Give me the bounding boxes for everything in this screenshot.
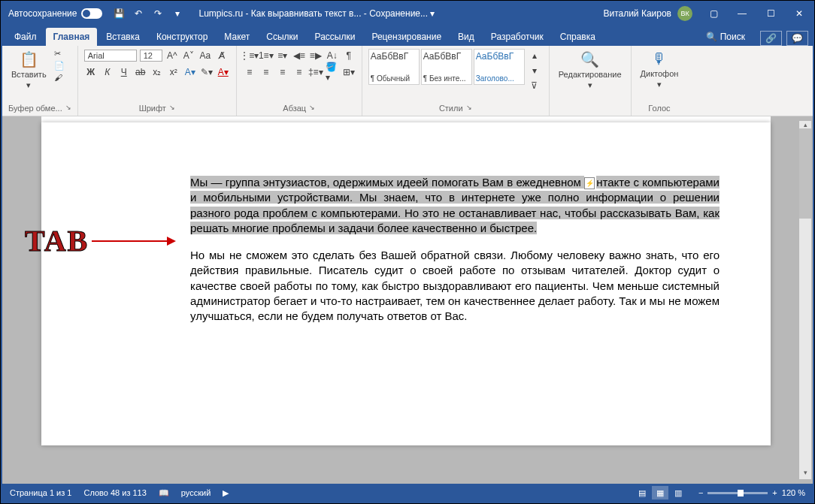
maximize-icon[interactable]: ☐ xyxy=(763,8,778,19)
ribbon: 📋Вставить▾ ✂ 📄 🖌 Буфер обме...↘ Arial 12… xyxy=(2,46,813,116)
undo-icon[interactable]: ↶ xyxy=(132,8,144,20)
styles-dialog-icon[interactable]: ↘ xyxy=(466,104,472,113)
style-normal[interactable]: АаБбВвГ¶ Обычный xyxy=(368,49,420,85)
user-name: Виталий Каиров xyxy=(603,8,671,19)
group-font: Arial 12 A^ A˅ Aa A̸ Ж К Ч ab x₂ x² A▾ ✎… xyxy=(78,46,237,116)
strike-button[interactable]: ab xyxy=(134,65,147,79)
paste-button[interactable]: 📋Вставить▾ xyxy=(8,49,50,92)
styles-up-icon[interactable]: ▴ xyxy=(528,49,541,62)
justify-icon[interactable]: ≡ xyxy=(292,65,306,79)
bold-button[interactable]: Ж xyxy=(84,65,98,79)
zoom-level[interactable]: 120 % xyxy=(782,488,805,497)
scroll-thumb[interactable] xyxy=(799,128,811,219)
tab-file[interactable]: Файл xyxy=(7,28,44,46)
multilevel-icon[interactable]: ≡▾ xyxy=(276,49,289,62)
redo-icon[interactable]: ↷ xyxy=(152,8,164,20)
dictate-button[interactable]: 🎙Диктофон▾ xyxy=(638,49,682,91)
group-voice: 🎙Диктофон▾ Голос xyxy=(632,46,688,116)
styles-more-icon[interactable]: ⊽ xyxy=(528,79,541,92)
qat-dropdown-icon[interactable]: ▾ xyxy=(171,8,183,20)
underline-button[interactable]: Ч xyxy=(117,65,131,79)
tab-mailings[interactable]: Рассылки xyxy=(308,28,363,46)
tab-label: TAB xyxy=(25,223,89,258)
page-count[interactable]: Страница 1 из 1 xyxy=(10,488,71,497)
tab-layout[interactable]: Макет xyxy=(217,28,257,46)
read-mode-icon[interactable]: ▤ xyxy=(634,486,650,499)
shading-icon[interactable]: 🪣▾ xyxy=(326,65,339,79)
document-title: Lumpics.ru - Как выравнивать текст в... … xyxy=(198,8,603,19)
font-size-input[interactable]: 12 xyxy=(140,50,162,62)
zoom-in-icon[interactable]: + xyxy=(772,488,777,497)
language-status[interactable]: русский xyxy=(181,488,211,497)
text-effects-icon[interactable]: A▾ xyxy=(183,65,197,79)
tab-view[interactable]: Вид xyxy=(450,28,482,46)
status-bar: Страница 1 из 1 Слово 48 из 113 📖 русски… xyxy=(2,484,813,502)
close-icon[interactable]: ✕ xyxy=(792,8,807,19)
macro-icon[interactable]: ▶ xyxy=(223,488,229,498)
decrease-indent-icon[interactable]: ◀≡ xyxy=(292,49,306,62)
show-marks-icon[interactable]: ¶ xyxy=(342,49,356,62)
copy-icon[interactable]: 📄 xyxy=(54,61,65,71)
superscript-button[interactable]: x² xyxy=(167,65,180,79)
font-color-icon[interactable]: A▾ xyxy=(217,65,230,79)
tab-review[interactable]: Рецензирование xyxy=(364,28,449,46)
style-no-spacing[interactable]: АаБбВвГ¶ Без инте... xyxy=(421,49,472,85)
word-count[interactable]: Слово 48 из 113 xyxy=(83,488,146,497)
clipboard-dialog-icon[interactable]: ↘ xyxy=(65,104,71,113)
change-case-icon[interactable]: Aa xyxy=(198,49,212,62)
line-spacing-icon[interactable]: ‡≡▾ xyxy=(309,65,323,79)
tab-references[interactable]: Ссылки xyxy=(259,28,305,46)
vertical-scrollbar[interactable]: ▴ ▾ xyxy=(799,121,811,479)
font-name-input[interactable]: Arial xyxy=(84,50,137,62)
font-dialog-icon[interactable]: ↘ xyxy=(169,104,175,113)
increase-indent-icon[interactable]: ≡▶ xyxy=(309,49,323,62)
web-layout-icon[interactable]: ▥ xyxy=(670,486,686,499)
ribbon-options-icon[interactable]: ▢ xyxy=(706,8,721,19)
borders-icon[interactable]: ⊞▾ xyxy=(342,65,356,79)
tab-developer[interactable]: Разработчик xyxy=(483,28,551,46)
save-icon[interactable]: 💾 xyxy=(113,8,125,20)
styles-down-icon[interactable]: ▾ xyxy=(528,64,541,77)
spellcheck-icon[interactable]: 📖 xyxy=(159,488,169,498)
align-right-icon[interactable]: ≡ xyxy=(276,65,289,79)
bullets-icon[interactable]: ⋮≡▾ xyxy=(243,49,256,62)
toggle-switch[interactable] xyxy=(81,8,102,19)
scroll-down-icon[interactable]: ▾ xyxy=(799,469,811,479)
cut-icon[interactable]: ✂ xyxy=(54,49,65,59)
tab-design[interactable]: Конструктор xyxy=(149,28,215,46)
style-heading[interactable]: АаБбВвГЗаголово... xyxy=(474,49,525,85)
italic-button[interactable]: К xyxy=(101,65,114,79)
format-painter-icon[interactable]: 🖌 xyxy=(54,73,65,82)
tab-help[interactable]: Справка xyxy=(553,28,603,46)
clear-format-icon[interactable]: A̸ xyxy=(215,49,229,62)
avatar: ВК xyxy=(677,6,692,21)
minimize-icon[interactable]: — xyxy=(735,8,750,19)
grow-font-icon[interactable]: A^ xyxy=(165,49,179,62)
document-page[interactable]: Мы — группа энтузиастов, одержимых идеей… xyxy=(41,122,771,445)
highlight-icon[interactable]: ✎▾ xyxy=(200,65,214,79)
zoom-slider[interactable] xyxy=(707,492,768,494)
zoom-out-icon[interactable]: − xyxy=(698,488,703,497)
numbering-icon[interactable]: 1≡▾ xyxy=(259,49,273,62)
tab-home[interactable]: Главная xyxy=(46,28,98,46)
subscript-button[interactable]: x₂ xyxy=(150,65,164,79)
search-box[interactable]: 🔍 Поиск xyxy=(698,28,753,46)
tab-insert[interactable]: Вставка xyxy=(98,28,147,46)
autocorrect-icon[interactable]: ⚡ xyxy=(584,177,595,189)
print-layout-icon[interactable]: ▦ xyxy=(652,486,668,499)
document-area: Мы — группа энтузиастов, одержимых идеей… xyxy=(2,116,813,484)
sort-icon[interactable]: A↓ xyxy=(326,49,339,62)
tab-key-annotation: TAB xyxy=(25,223,174,258)
shrink-font-icon[interactable]: A˅ xyxy=(182,49,195,62)
share-icon[interactable]: 🔗 xyxy=(760,31,782,46)
selected-text-1: Мы — группа энтузиастов, одержимых идеей… xyxy=(190,176,584,189)
quick-access-toolbar: 💾 ↶ ↷ ▾ xyxy=(113,8,183,20)
align-center-icon[interactable]: ≡ xyxy=(259,65,273,79)
align-left-icon[interactable]: ≡ xyxy=(243,65,256,79)
title-bar: Автосохранение 💾 ↶ ↷ ▾ Lumpics.ru - Как … xyxy=(2,2,813,25)
paragraph-dialog-icon[interactable]: ↘ xyxy=(309,104,315,113)
comments-icon[interactable]: 💬 xyxy=(786,31,808,46)
user-account[interactable]: Виталий Каиров ВК xyxy=(603,6,692,21)
editing-button[interactable]: 🔍Редактирование▾ xyxy=(556,49,625,92)
autosave-toggle[interactable]: Автосохранение xyxy=(8,8,102,19)
